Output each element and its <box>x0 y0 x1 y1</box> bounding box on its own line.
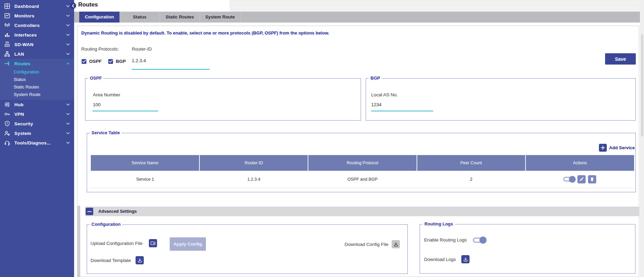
sidebar-item-vpn[interactable]: VPN <box>0 109 74 119</box>
chevron-down-icon <box>66 113 70 115</box>
sidebar-item-dashboard[interactable]: Dashboard <box>0 1 74 11</box>
chevron-down-icon <box>66 34 70 36</box>
pencil-icon <box>579 177 584 182</box>
system-user-gear-icon <box>4 130 11 137</box>
check-icon <box>82 60 86 63</box>
edit-service-button[interactable] <box>577 175 586 183</box>
ospf-legend: OSPF <box>88 75 103 81</box>
bgp-checkbox-label: BGP <box>116 59 126 64</box>
col-service-name: Service Name <box>91 155 199 171</box>
content-scrollbar-thumb[interactable] <box>78 206 80 277</box>
page-scrollbar-thumb[interactable] <box>641 34 643 137</box>
sidebar-subitem-system-route[interactable]: System Route <box>0 91 74 98</box>
add-service-label: Add Service <box>609 145 635 150</box>
page-header-filler <box>229 0 640 12</box>
download-icon <box>137 258 142 263</box>
save-button[interactable]: Save <box>605 53 636 65</box>
ospf-checkbox[interactable] <box>82 59 86 64</box>
service-enable-toggle[interactable] <box>563 177 575 181</box>
routing-logs-groupbox: Routing Logs Enable Routing Logs Downloa… <box>420 224 635 274</box>
download-config-label: Download Config File <box>345 242 388 247</box>
vpn-key-icon <box>4 111 11 117</box>
routes-icon <box>4 60 11 67</box>
chevron-down-icon <box>66 24 70 26</box>
collapse-button[interactable] <box>86 208 93 215</box>
router-id-input-underline <box>132 69 210 70</box>
ospf-checkbox-label: OSPF <box>89 59 102 64</box>
configuration-legend: Configuration <box>90 222 122 227</box>
advanced-settings-label: Advanced Settings <box>98 209 137 214</box>
add-service-button[interactable]: Add Service <box>599 144 635 152</box>
area-number-label: Area Number <box>93 92 120 97</box>
dashboard-icon <box>4 3 11 10</box>
sidebar-subitem-status[interactable]: Status <box>0 76 74 83</box>
service-table-legend: Service Table <box>90 130 122 135</box>
local-as-underline <box>371 111 433 111</box>
chevron-down-icon <box>66 132 70 134</box>
dynamic-routing-notice: Dynamic Routing is disabled by default. … <box>81 30 329 36</box>
chevron-down-icon <box>66 53 70 55</box>
enable-routing-logs-toggle[interactable] <box>473 238 486 243</box>
apply-config-button[interactable]: Apply Config <box>170 237 206 251</box>
cell-actions <box>526 171 634 188</box>
sidebar-item-controllers[interactable]: Controllers <box>0 20 74 30</box>
sidebar-item-security[interactable]: Security <box>0 119 74 128</box>
download-logs-button[interactable] <box>461 255 470 263</box>
monitors-icon <box>4 12 11 19</box>
local-as-input[interactable]: 1234 <box>371 102 381 107</box>
bgp-legend: BGP <box>369 75 382 81</box>
upload-config-label: Upload Configuration File <box>90 241 142 246</box>
minus-icon <box>87 211 92 212</box>
sidebar-item-interfaces[interactable]: Interfaces <box>0 30 74 40</box>
bgp-checkbox[interactable] <box>108 59 113 64</box>
col-routing-protocol: Routing Protocol <box>308 155 417 171</box>
router-id-input[interactable]: 1.2.3.4 <box>132 58 146 63</box>
sdwan-router-icon <box>4 41 11 48</box>
sidebar-subitem-configuration[interactable]: Configuration <box>0 68 74 76</box>
ospf-groupbox: OSPF Area Number 100 <box>85 78 361 121</box>
security-shield-icon <box>4 120 11 127</box>
chevron-left-icon <box>72 4 74 8</box>
sidebar-item-monitors[interactable]: Monitors <box>0 11 74 20</box>
chevron-down-icon <box>66 142 70 144</box>
routing-logs-legend: Routing Logs <box>423 221 455 226</box>
sidebar-item-system[interactable]: System <box>0 128 74 138</box>
download-logs-label: Download Logs <box>424 257 456 262</box>
tab-system-route[interactable]: System Route <box>200 12 240 23</box>
sidebar-item-routes[interactable]: Routes <box>0 59 74 68</box>
service-table: Service Name Router-ID Routing Protocol … <box>91 155 634 188</box>
content-panel: Dynamic Routing is disabled by default. … <box>77 26 639 277</box>
cell-router-id: 1.2.3.4 <box>199 171 308 188</box>
sidebar-item-tools-diagnostics[interactable]: Tools/Diagnos... <box>0 138 74 148</box>
sidebar-item-hub[interactable]: Hub <box>0 100 74 109</box>
download-config-button[interactable] <box>392 240 400 248</box>
chevron-down-icon <box>66 5 70 7</box>
service-table-groupbox: Service Table Add Service Service Name R… <box>87 133 636 192</box>
sidebar-item-sdwan[interactable]: SD-WAN <box>0 40 74 49</box>
controllers-icon <box>4 22 11 29</box>
tools-headset-icon <box>4 139 11 146</box>
trash-icon <box>590 177 594 182</box>
page-title: Routes <box>78 1 98 8</box>
delete-service-button[interactable] <box>588 175 596 183</box>
tab-status[interactable]: Status <box>120 12 160 23</box>
download-template-label: Download Template <box>90 258 131 263</box>
toggle-knob <box>569 176 576 183</box>
area-number-input[interactable]: 100 <box>93 102 101 107</box>
tab-configuration[interactable]: Configuration <box>79 12 120 23</box>
tab-static-routes[interactable]: Static Routes <box>160 12 200 23</box>
cell-peer-count: 2 <box>417 171 526 188</box>
folder-icon <box>150 240 156 246</box>
toggle-knob <box>479 236 487 244</box>
chevron-down-icon <box>66 15 70 17</box>
sidebar-subitem-static-routes[interactable]: Static Routes <box>0 83 74 91</box>
chevron-down-icon <box>66 123 70 125</box>
sidebar-item-lan[interactable]: LAN <box>0 49 74 59</box>
back-button[interactable] <box>70 2 76 9</box>
download-icon <box>393 242 398 247</box>
download-template-button[interactable] <box>136 256 144 264</box>
advanced-settings-bar[interactable]: Advanced Settings <box>85 207 640 216</box>
enable-routing-logs-label: Enable Routing Logs <box>424 237 467 243</box>
upload-config-button[interactable] <box>149 239 157 247</box>
table-row: Service 1 1.2.3.4 OSPF and BGP 2 <box>91 171 634 188</box>
